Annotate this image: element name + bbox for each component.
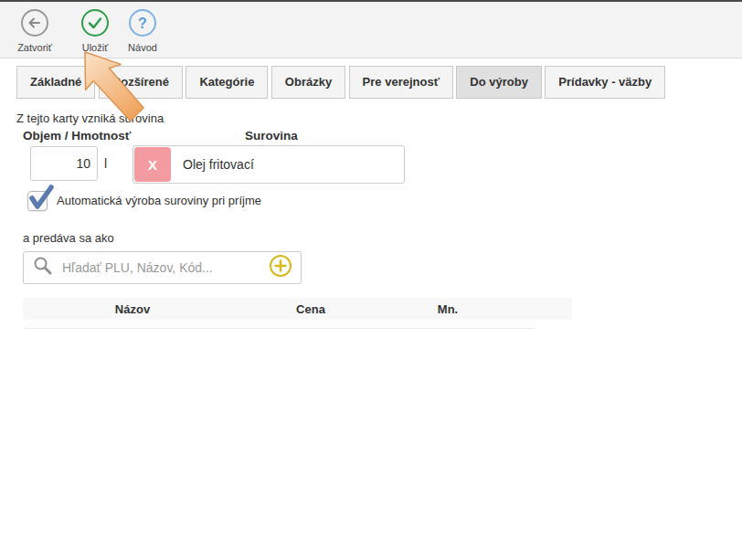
save-button[interactable]: Uložiť — [69, 8, 121, 53]
tab-do-vyroby[interactable]: Do výroby — [456, 66, 542, 99]
back-arrow-icon — [20, 8, 49, 37]
volume-input[interactable] — [30, 146, 98, 181]
remove-surovina-button[interactable]: X — [134, 147, 171, 182]
results-table: Názov Cena Mn. — [23, 298, 572, 329]
add-plus-icon[interactable] — [269, 254, 292, 281]
table-empty-row — [23, 320, 535, 329]
tab-pridavky-vazby[interactable]: Prídavky - väzby — [545, 66, 665, 99]
volume-unit: l — [104, 156, 107, 171]
save-button-label: Uložiť — [69, 42, 121, 53]
intro-text: Z tejto karty vzniká surovina — [16, 111, 164, 125]
tab-zakladne[interactable]: Základné — [16, 66, 95, 99]
tab-obrazky[interactable]: Obrázky — [271, 66, 345, 99]
app-window: Zatvoriť Uložiť ? Návod Základné Rozší — [0, 0, 742, 560]
sells-as-label: a predáva sa ako — [23, 231, 114, 245]
column-header-cena: Cena — [242, 302, 379, 316]
toolbar: Zatvoriť Uložiť ? Návod — [0, 2, 742, 58]
tab-kategorie[interactable]: Kategórie — [186, 66, 268, 99]
tab-pre-verejnost[interactable]: Pre verejnosť — [349, 66, 453, 99]
close-button[interactable]: Zatvoriť — [9, 8, 60, 53]
tab-bar: Základné Rozšírené Kategórie Obrázky Pre… — [16, 66, 664, 99]
table-header-row: Názov Cena Mn. — [23, 298, 572, 320]
svg-text:?: ? — [138, 16, 147, 31]
close-button-label: Zatvoriť — [9, 42, 60, 53]
volume-weight-label: Objem / Hmotnosť — [23, 129, 131, 143]
auto-production-checkbox[interactable] — [27, 191, 48, 211]
plu-search-box — [23, 251, 302, 284]
checkmark-icon — [26, 184, 56, 215]
check-icon — [80, 8, 110, 37]
surovina-label: Surovina — [245, 129, 298, 143]
surovina-field[interactable]: X Olej fritovací — [132, 145, 405, 184]
tab-rozsirene[interactable]: Rozšírené — [99, 66, 183, 99]
auto-production-label: Automatická výroba suroviny pri príjme — [57, 194, 261, 207]
help-button[interactable]: ? Návod — [117, 8, 168, 53]
question-icon: ? — [128, 8, 157, 37]
search-icon — [33, 256, 53, 280]
column-header-mn: Mn. — [379, 302, 516, 316]
plu-search-input[interactable] — [60, 259, 269, 276]
column-header-nazov: Názov — [23, 302, 242, 316]
surovina-value: Olej fritovací — [183, 157, 254, 172]
help-button-label: Návod — [117, 42, 168, 53]
